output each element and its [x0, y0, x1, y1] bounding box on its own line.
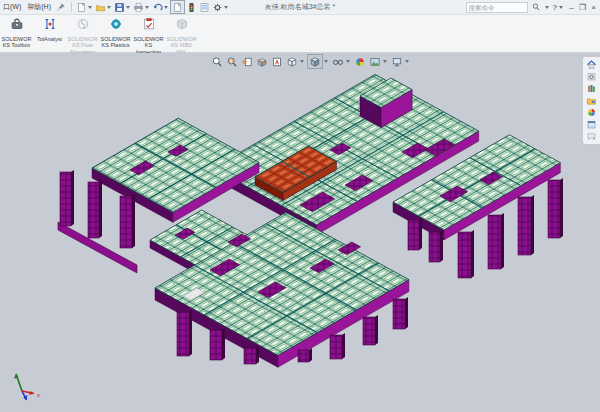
- pillar-formwork[interactable]: [120, 194, 135, 248]
- addin-mbd-button[interactable]: SOLIDWORKS MBD SNL: [165, 15, 198, 55]
- addin-inspection-button[interactable]: SOLIDWORKS Inspection: [132, 15, 165, 55]
- previous-view-button[interactable]: [240, 55, 254, 69]
- addin-label: TolAnalyst: [33, 36, 66, 42]
- pillar-formwork[interactable]: [429, 230, 443, 262]
- pillar-formwork[interactable]: [548, 178, 563, 238]
- pillar-formwork[interactable]: [244, 346, 259, 364]
- restore-button[interactable]: ❐: [578, 1, 587, 14]
- pillar-formwork[interactable]: [393, 297, 408, 329]
- view-orientation-dropdown-caret[interactable]: [300, 60, 304, 63]
- open-button[interactable]: [94, 1, 107, 14]
- new-button[interactable]: [75, 1, 88, 14]
- pillar-formwork[interactable]: [458, 230, 474, 278]
- addin-flow-simulation-button[interactable]: SOLIDWORKS Flow Simulation: [66, 15, 99, 55]
- undo-button[interactable]: [151, 1, 164, 14]
- pillar-formwork[interactable]: [330, 333, 345, 359]
- hide-show-items-button[interactable]: [331, 55, 345, 69]
- command-manager: SOLIDWORKS ToolboxTolAnalystSOLIDWORKS F…: [0, 15, 600, 53]
- menu-window[interactable]: 口(W): [0, 0, 24, 14]
- search-dropdown-caret[interactable]: [545, 6, 549, 9]
- dynamic-annotation-button[interactable]: [270, 55, 284, 69]
- custom-properties-tab[interactable]: [585, 119, 599, 130]
- quick-access-toolbar: [75, 0, 230, 14]
- apply-scene-dropdown-caret[interactable]: [383, 60, 387, 63]
- forum-tab[interactable]: [585, 131, 599, 142]
- minimize-button[interactable]: –: [567, 1, 576, 14]
- addin-plastics-button[interactable]: SOLIDWORKS Plastics: [99, 15, 132, 49]
- solidworks-window: 口(W) 帮助(H) 友佳.欧尚名城3#总装 * ? – ❐ × SOLIDWO…: [0, 0, 600, 412]
- appearances-tab[interactable]: [585, 107, 599, 118]
- options-dropdown-caret[interactable]: [224, 6, 228, 9]
- toolbar-separator: [71, 2, 72, 12]
- open-dropdown-caret[interactable]: [107, 6, 111, 9]
- pillar-formwork[interactable]: [408, 218, 422, 250]
- resources-tab[interactable]: [585, 71, 599, 82]
- undo-dropdown-caret[interactable]: [164, 6, 168, 9]
- new-dropdown-caret[interactable]: [88, 6, 92, 9]
- print-button[interactable]: [132, 1, 145, 14]
- pillar-formwork[interactable]: [363, 315, 378, 345]
- view-settings-button[interactable]: [390, 55, 404, 69]
- pillar-formwork[interactable]: [177, 310, 192, 356]
- view-settings-dropdown-caret[interactable]: [405, 60, 409, 63]
- titlebar-right: ? – ❐ ×: [466, 0, 598, 14]
- section-view-button[interactable]: [255, 55, 269, 69]
- save-button[interactable]: [113, 1, 126, 14]
- addin-toolbox-button[interactable]: SOLIDWORKS Toolbox: [0, 15, 33, 49]
- triad-x-label: x: [36, 392, 41, 398]
- search-input[interactable]: [466, 2, 528, 13]
- file-explorer-tab[interactable]: [585, 95, 599, 106]
- addin-label: SOLIDWORKS Toolbox: [0, 36, 33, 49]
- file-properties-button[interactable]: [198, 1, 211, 14]
- slab-upper-left-wing[interactable]: [92, 118, 259, 222]
- options-button[interactable]: [211, 1, 224, 14]
- pin-icon[interactable]: [56, 2, 66, 12]
- close-button[interactable]: ×: [589, 1, 598, 14]
- save-dropdown-caret[interactable]: [126, 6, 130, 9]
- zoom-to-area-button[interactable]: [225, 55, 239, 69]
- pillar-formwork[interactable]: [488, 213, 504, 269]
- display-style-button[interactable]: [307, 54, 323, 69]
- print-dropdown-caret[interactable]: [145, 6, 149, 9]
- viewport-3d[interactable]: x: [0, 53, 600, 412]
- select-button[interactable]: [170, 0, 185, 14]
- rebuild-button[interactable]: [185, 1, 198, 14]
- design-library-tab[interactable]: [585, 83, 599, 94]
- titlebar: 口(W) 帮助(H) 友佳.欧尚名城3#总装 * ? – ❐ ×: [0, 0, 600, 15]
- help-button[interactable]: ?: [553, 3, 557, 12]
- zoom-to-fit-button[interactable]: [210, 55, 224, 69]
- pillar-formwork[interactable]: [210, 328, 225, 360]
- addin-label: SOLIDWORKS Plastics: [99, 36, 132, 49]
- task-pane-tabs: [582, 56, 600, 145]
- pillar-formwork[interactable]: [298, 348, 312, 362]
- help-dropdown-caret[interactable]: [559, 6, 563, 9]
- menu-bar: 口(W) 帮助(H): [0, 0, 230, 14]
- apply-scene-button[interactable]: [368, 55, 382, 69]
- pillar-formwork[interactable]: [88, 180, 102, 238]
- orientation-triad: x: [6, 368, 46, 404]
- addin-tolanalyst-button[interactable]: TolAnalyst: [33, 15, 66, 42]
- search-icon[interactable]: [530, 1, 543, 14]
- menu-help[interactable]: 帮助(H): [24, 0, 54, 14]
- headsup-toolbar: [210, 54, 411, 69]
- view-orientation-button[interactable]: [285, 55, 299, 69]
- home-tab[interactable]: [585, 59, 599, 70]
- hide-show-items-dropdown-caret[interactable]: [346, 60, 350, 63]
- display-style-dropdown-caret[interactable]: [324, 60, 328, 63]
- edit-appearance-button[interactable]: [353, 55, 367, 69]
- pillar-formwork[interactable]: [60, 170, 74, 226]
- model-assembly[interactable]: [0, 53, 600, 412]
- pillar-formwork[interactable]: [518, 195, 534, 255]
